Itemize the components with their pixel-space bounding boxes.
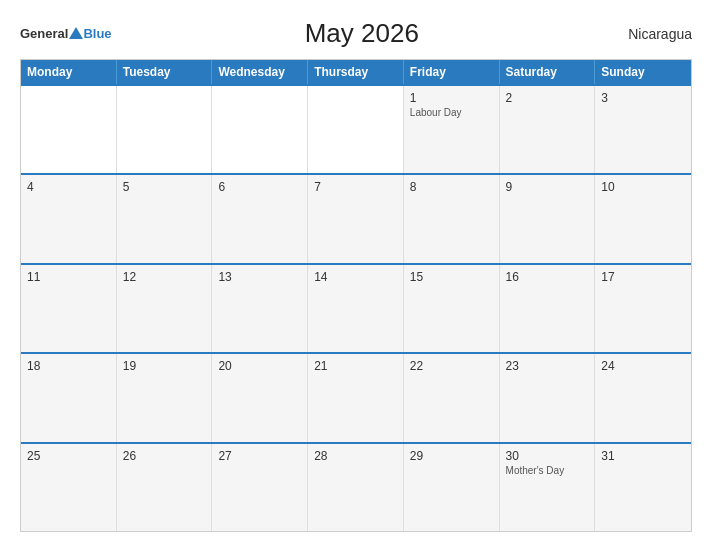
calendar-cell: 30Mother's Day — [500, 444, 596, 531]
calendar-week: 252627282930Mother's Day31 — [21, 442, 691, 531]
day-number: 1 — [410, 91, 493, 105]
calendar-cell: 28 — [308, 444, 404, 531]
day-number: 31 — [601, 449, 685, 463]
weekday-header: Thursday — [308, 60, 404, 84]
calendar-cell: 9 — [500, 175, 596, 262]
calendar-cell — [117, 86, 213, 173]
logo-blue-text: Blue — [83, 27, 111, 40]
day-number: 10 — [601, 180, 685, 194]
calendar-cell: 18 — [21, 354, 117, 441]
day-number: 15 — [410, 270, 493, 284]
day-event: Mother's Day — [506, 465, 589, 476]
weekday-header: Friday — [404, 60, 500, 84]
calendar-cell: 15 — [404, 265, 500, 352]
weekday-header: Saturday — [500, 60, 596, 84]
day-number: 3 — [601, 91, 685, 105]
day-number: 11 — [27, 270, 110, 284]
day-number: 29 — [410, 449, 493, 463]
day-number: 6 — [218, 180, 301, 194]
calendar-week: 18192021222324 — [21, 352, 691, 441]
calendar-cell: 4 — [21, 175, 117, 262]
day-number: 4 — [27, 180, 110, 194]
day-number: 19 — [123, 359, 206, 373]
weekday-header: Wednesday — [212, 60, 308, 84]
calendar-cell: 6 — [212, 175, 308, 262]
calendar-cell — [21, 86, 117, 173]
calendar-cell: 22 — [404, 354, 500, 441]
calendar-header: MondayTuesdayWednesdayThursdayFridaySatu… — [21, 60, 691, 84]
day-number: 5 — [123, 180, 206, 194]
calendar-cell: 3 — [595, 86, 691, 173]
calendar-cell — [308, 86, 404, 173]
logo-general-text: General — [20, 27, 68, 40]
calendar-cell: 23 — [500, 354, 596, 441]
calendar-cell: 17 — [595, 265, 691, 352]
calendar-week: 45678910 — [21, 173, 691, 262]
day-number: 13 — [218, 270, 301, 284]
day-number: 23 — [506, 359, 589, 373]
calendar: MondayTuesdayWednesdayThursdayFridaySatu… — [20, 59, 692, 532]
page-title: May 2026 — [112, 18, 612, 49]
calendar-cell — [212, 86, 308, 173]
calendar-cell: 5 — [117, 175, 213, 262]
country-label: Nicaragua — [612, 26, 692, 42]
day-number: 25 — [27, 449, 110, 463]
calendar-cell: 29 — [404, 444, 500, 531]
logo: General Blue — [20, 27, 112, 40]
day-number: 21 — [314, 359, 397, 373]
day-number: 18 — [27, 359, 110, 373]
calendar-cell: 14 — [308, 265, 404, 352]
day-number: 17 — [601, 270, 685, 284]
calendar-cell: 16 — [500, 265, 596, 352]
day-number: 2 — [506, 91, 589, 105]
day-number: 20 — [218, 359, 301, 373]
calendar-cell: 26 — [117, 444, 213, 531]
calendar-body: 1Labour Day23456789101112131415161718192… — [21, 84, 691, 531]
calendar-cell: 21 — [308, 354, 404, 441]
calendar-cell: 10 — [595, 175, 691, 262]
weekday-header: Monday — [21, 60, 117, 84]
calendar-week: 1Labour Day23 — [21, 84, 691, 173]
calendar-cell: 20 — [212, 354, 308, 441]
day-number: 7 — [314, 180, 397, 194]
calendar-cell: 7 — [308, 175, 404, 262]
day-number: 14 — [314, 270, 397, 284]
calendar-cell: 13 — [212, 265, 308, 352]
day-number: 8 — [410, 180, 493, 194]
page: General Blue May 2026 Nicaragua MondayTu… — [0, 0, 712, 550]
logo-triangle-icon — [69, 27, 83, 39]
weekday-header: Tuesday — [117, 60, 213, 84]
day-number: 9 — [506, 180, 589, 194]
calendar-cell: 8 — [404, 175, 500, 262]
calendar-cell: 11 — [21, 265, 117, 352]
calendar-cell: 1Labour Day — [404, 86, 500, 173]
calendar-week: 11121314151617 — [21, 263, 691, 352]
weekday-header: Sunday — [595, 60, 691, 84]
day-number: 12 — [123, 270, 206, 284]
day-number: 16 — [506, 270, 589, 284]
day-number: 28 — [314, 449, 397, 463]
day-number: 30 — [506, 449, 589, 463]
day-number: 27 — [218, 449, 301, 463]
day-event: Labour Day — [410, 107, 493, 118]
calendar-cell: 27 — [212, 444, 308, 531]
header: General Blue May 2026 Nicaragua — [20, 18, 692, 49]
calendar-cell: 12 — [117, 265, 213, 352]
calendar-cell: 31 — [595, 444, 691, 531]
calendar-cell: 24 — [595, 354, 691, 441]
day-number: 26 — [123, 449, 206, 463]
calendar-cell: 25 — [21, 444, 117, 531]
calendar-cell: 19 — [117, 354, 213, 441]
day-number: 24 — [601, 359, 685, 373]
day-number: 22 — [410, 359, 493, 373]
calendar-cell: 2 — [500, 86, 596, 173]
